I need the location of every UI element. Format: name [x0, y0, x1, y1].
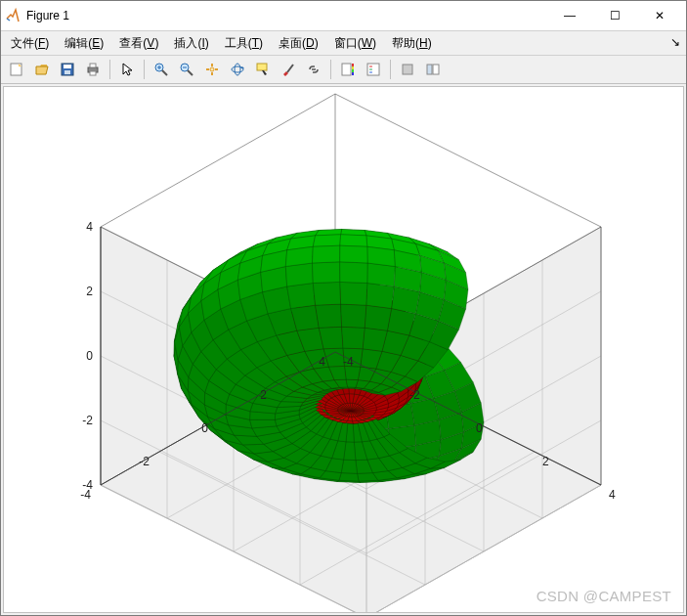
svg-text:0: 0 — [86, 349, 93, 363]
axes3d[interactable]: -4-2024-4-2024-4-2024 — [4, 87, 683, 613]
brush-button[interactable] — [277, 58, 300, 81]
hide-tools-icon — [400, 62, 415, 77]
toolbar-separator — [390, 60, 391, 79]
data-cursor-icon — [255, 62, 271, 77]
svg-line-18 — [287, 65, 293, 72]
minimize-icon: — — [564, 9, 576, 22]
svg-rect-24 — [352, 72, 354, 75]
window-controls: — ☐ ✕ — [547, 2, 682, 29]
svg-rect-25 — [367, 64, 379, 75]
svg-text:-2: -2 — [82, 414, 93, 427]
pointer-button[interactable] — [115, 58, 139, 81]
menu-view[interactable]: 查看(V) — [115, 33, 162, 54]
menu-help[interactable]: 帮助(H) — [388, 33, 436, 54]
svg-text:-4: -4 — [343, 355, 354, 369]
print-button[interactable] — [81, 58, 105, 81]
menu-tools[interactable]: 工具(T) — [221, 33, 267, 54]
svg-text:-2: -2 — [409, 388, 420, 402]
svg-rect-2 — [64, 65, 71, 68]
toolbar-separator — [109, 60, 110, 79]
svg-text:-2: -2 — [139, 455, 150, 468]
axes-area[interactable]: -4-2024-4-2024-4-2024 CSDN @CAMPEST — [3, 86, 684, 613]
minimize-button[interactable]: — — [547, 2, 592, 29]
svg-line-8 — [162, 70, 167, 75]
show-tools-icon — [425, 62, 441, 77]
save-button[interactable] — [56, 58, 79, 81]
svg-rect-23 — [352, 69, 354, 72]
svg-point-14 — [210, 67, 214, 71]
svg-rect-30 — [427, 65, 432, 74]
insert-legend-button[interactable] — [362, 58, 385, 81]
svg-point-16 — [235, 64, 240, 75]
svg-rect-3 — [64, 70, 70, 74]
svg-rect-5 — [90, 64, 96, 67]
svg-text:2: 2 — [542, 455, 549, 468]
close-icon: ✕ — [655, 9, 665, 22]
svg-text:0: 0 — [201, 421, 208, 435]
new-figure-icon — [9, 62, 24, 77]
menu-window[interactable]: 窗口(W) — [330, 33, 380, 54]
svg-text:2: 2 — [86, 285, 93, 298]
pan-icon — [204, 62, 220, 77]
figure-window: Figure 1 — ☐ ✕ 文件(F) 编辑(E) 查看(V) 插入(I) 工… — [0, 0, 687, 616]
hide-plot-tools-button[interactable] — [396, 58, 419, 81]
svg-rect-22 — [352, 66, 354, 69]
rotate-3d-icon — [230, 62, 245, 77]
svg-rect-31 — [433, 65, 439, 74]
svg-rect-17 — [257, 64, 267, 70]
insert-colorbar-button[interactable] — [336, 58, 360, 81]
svg-rect-20 — [342, 64, 351, 75]
open-button[interactable] — [30, 58, 54, 81]
svg-rect-21 — [352, 64, 354, 66]
svg-text:4: 4 — [86, 220, 93, 234]
titlebar: Figure 1 — ☐ ✕ — [1, 1, 686, 31]
new-figure-button[interactable] — [5, 58, 28, 81]
print-icon — [85, 62, 101, 77]
svg-text:-4: -4 — [80, 488, 91, 502]
zoom-in-icon — [153, 62, 169, 77]
svg-rect-6 — [90, 71, 96, 75]
matlab-icon — [5, 8, 21, 23]
maximize-icon: ☐ — [610, 9, 621, 22]
menu-edit[interactable]: 编辑(E) — [61, 33, 107, 54]
pan-button[interactable] — [200, 58, 224, 81]
open-icon — [34, 62, 50, 77]
dock-icon[interactable]: ↘ — [670, 35, 680, 49]
menu-file[interactable]: 文件(F) — [7, 33, 53, 54]
pointer-icon — [119, 62, 135, 77]
data-cursor-button[interactable] — [251, 58, 275, 81]
svg-text:4: 4 — [319, 355, 325, 369]
maximize-button[interactable]: ☐ — [592, 2, 637, 29]
window-title: Figure 1 — [26, 9, 547, 22]
save-icon — [60, 62, 75, 77]
zoom-out-button[interactable] — [175, 58, 198, 81]
legend-icon — [365, 62, 381, 77]
link-button[interactable] — [302, 58, 325, 81]
menubar: 文件(F) 编辑(E) 查看(V) 插入(I) 工具(T) 桌面(D) 窗口(W… — [1, 31, 686, 56]
show-plot-tools-button[interactable] — [421, 58, 445, 81]
zoom-out-icon — [179, 62, 194, 77]
colorbar-icon — [340, 62, 356, 77]
svg-text:2: 2 — [260, 388, 267, 402]
brush-icon — [280, 62, 296, 77]
svg-text:4: 4 — [609, 488, 616, 502]
toolbar — [1, 56, 686, 84]
svg-rect-29 — [403, 65, 412, 74]
menu-insert[interactable]: 插入(I) — [170, 33, 212, 54]
toolbar-separator — [330, 60, 331, 79]
menu-desktop[interactable]: 桌面(D) — [275, 33, 322, 54]
rotate3d-button[interactable] — [226, 58, 249, 81]
close-button[interactable]: ✕ — [637, 2, 682, 29]
svg-text:0: 0 — [476, 421, 483, 435]
zoom-in-button[interactable] — [150, 58, 173, 81]
svg-line-12 — [188, 70, 193, 75]
toolbar-separator — [144, 60, 145, 79]
link-icon — [306, 62, 322, 77]
